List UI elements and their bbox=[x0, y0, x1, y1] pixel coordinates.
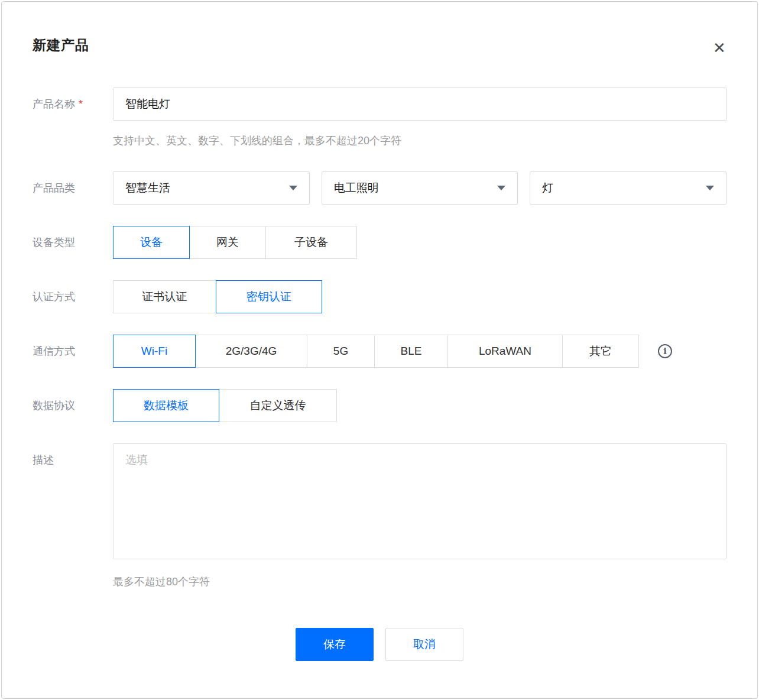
create-product-dialog: 新建产品 ✕ 产品名称* 支持中文、英文、数字、下划线的组合，最多不超过20个字… bbox=[1, 1, 758, 699]
comm-option-ble[interactable]: BLE bbox=[374, 335, 448, 368]
description-textarea[interactable] bbox=[113, 443, 726, 559]
product-name-label: 产品名称* bbox=[33, 88, 113, 148]
product-name-helper: 支持中文、英文、数字、下划线的组合，最多不超过20个字符 bbox=[113, 134, 726, 148]
protocol-option-custom[interactable]: 自定义透传 bbox=[219, 389, 337, 422]
comm-option-other[interactable]: 其它 bbox=[562, 335, 639, 368]
cancel-button[interactable]: 取消 bbox=[385, 628, 463, 661]
category-row: 产品品类 智慧生活 电工照明 灯 bbox=[33, 171, 726, 205]
product-name-row: 产品名称* 支持中文、英文、数字、下划线的组合，最多不超过20个字符 bbox=[33, 88, 726, 148]
required-asterisk: * bbox=[79, 98, 83, 110]
comm-method-row: 通信方式 Wi-Fi 2G/3G/4G 5G BLE LoRaWAN 其它 i bbox=[33, 335, 726, 368]
close-icon[interactable]: ✕ bbox=[710, 38, 729, 57]
dialog-header: 新建产品 ✕ bbox=[2, 2, 757, 54]
category-select-level2[interactable]: 电工照明 bbox=[322, 171, 518, 205]
product-name-label-text: 产品名称 bbox=[33, 98, 75, 110]
device-type-label: 设备类型 bbox=[33, 226, 113, 259]
device-type-option-gateway[interactable]: 网关 bbox=[189, 226, 266, 259]
comm-method-label: 通信方式 bbox=[33, 335, 113, 368]
data-protocol-row: 数据协议 数据模板 自定义透传 bbox=[33, 389, 726, 422]
category-select-level3-value: 灯 bbox=[542, 180, 553, 196]
device-type-row: 设备类型 设备 网关 子设备 bbox=[33, 226, 726, 259]
comm-method-group: Wi-Fi 2G/3G/4G 5G BLE LoRaWAN 其它 i bbox=[113, 335, 726, 368]
auth-option-certificate[interactable]: 证书认证 bbox=[113, 280, 216, 313]
category-label: 产品品类 bbox=[33, 171, 113, 205]
category-select-level1-value: 智慧生活 bbox=[125, 180, 170, 196]
device-type-option-device[interactable]: 设备 bbox=[113, 226, 190, 259]
description-label: 描述 bbox=[33, 443, 113, 589]
device-type-group: 设备 网关 子设备 bbox=[113, 226, 726, 259]
comm-option-5g[interactable]: 5G bbox=[307, 335, 375, 368]
dialog-body: 产品名称* 支持中文、英文、数字、下划线的组合，最多不超过20个字符 产品品类 … bbox=[2, 54, 757, 661]
product-name-field: 支持中文、英文、数字、下划线的组合，最多不超过20个字符 bbox=[113, 88, 726, 148]
category-select-level3[interactable]: 灯 bbox=[530, 171, 726, 205]
category-field: 智慧生活 电工照明 灯 bbox=[113, 171, 726, 205]
chevron-down-icon bbox=[289, 186, 297, 190]
device-type-option-subdevice[interactable]: 子设备 bbox=[265, 226, 357, 259]
description-field: 最多不超过80个字符 bbox=[113, 443, 726, 589]
comm-option-lorawan[interactable]: LoRaWAN bbox=[447, 335, 563, 368]
description-row: 描述 最多不超过80个字符 bbox=[33, 443, 726, 589]
data-protocol-group: 数据模板 自定义透传 bbox=[113, 389, 726, 422]
protocol-option-template[interactable]: 数据模板 bbox=[113, 389, 219, 422]
dialog-footer: 保存 取消 bbox=[33, 628, 726, 661]
category-select-level2-value: 电工照明 bbox=[334, 180, 379, 196]
auth-method-row: 认证方式 证书认证 密钥认证 bbox=[33, 280, 726, 313]
auth-option-key[interactable]: 密钥认证 bbox=[216, 280, 322, 313]
auth-method-group: 证书认证 密钥认证 bbox=[113, 280, 726, 313]
chevron-down-icon bbox=[706, 186, 714, 190]
product-name-input[interactable] bbox=[113, 88, 726, 121]
category-select-level1[interactable]: 智慧生活 bbox=[113, 171, 310, 205]
auth-method-label: 认证方式 bbox=[33, 280, 113, 313]
comm-option-2g3g4g[interactable]: 2G/3G/4G bbox=[195, 335, 307, 368]
info-icon[interactable]: i bbox=[658, 344, 672, 358]
description-helper: 最多不超过80个字符 bbox=[113, 575, 726, 589]
comm-option-wifi[interactable]: Wi-Fi bbox=[113, 335, 196, 368]
dialog-title: 新建产品 bbox=[33, 36, 726, 54]
chevron-down-icon bbox=[497, 186, 505, 190]
data-protocol-label: 数据协议 bbox=[33, 389, 113, 422]
save-button[interactable]: 保存 bbox=[296, 628, 374, 661]
